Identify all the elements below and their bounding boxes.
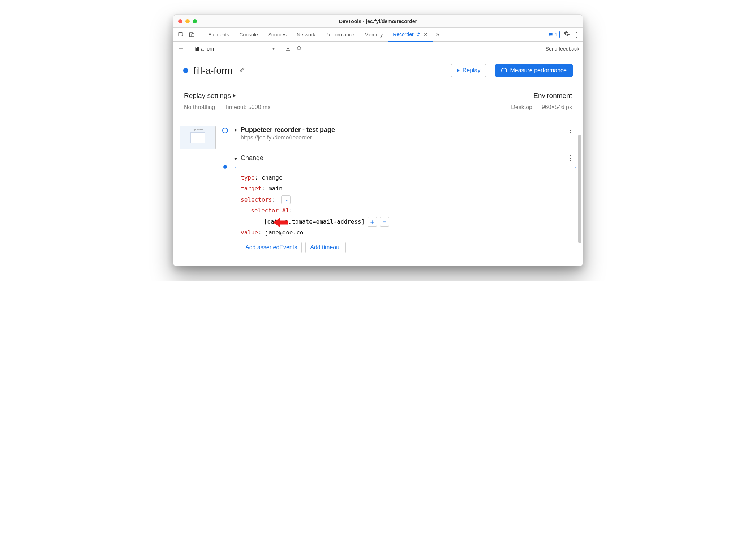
new-recording-button[interactable]: ＋ (177, 44, 185, 53)
device-toolbar-icon[interactable] (187, 30, 197, 39)
field-type-key: type (241, 174, 255, 181)
chevron-right-icon (233, 94, 236, 98)
settings-gear-icon[interactable] (563, 30, 570, 39)
settings-row: Replay settings No throttling Timeout: 5… (173, 85, 583, 120)
step-change-panel: type: change target: main selectors: sel… (235, 167, 576, 259)
step-menu-icon[interactable]: ⋮ (567, 126, 576, 134)
messages-count: 1 (555, 32, 557, 37)
measure-performance-button[interactable]: Measure performance (495, 64, 573, 77)
edit-title-icon[interactable] (239, 66, 245, 75)
recording-header: fill-a-form Replay Measure performance (173, 56, 583, 85)
more-tabs-icon[interactable]: » (433, 31, 442, 38)
expand-caret-icon[interactable] (235, 128, 237, 132)
devtools-tabbar: Elements Console Sources Network Perform… (173, 28, 583, 42)
step-menu-icon[interactable]: ⋮ (567, 154, 576, 162)
annotation-arrow-icon (272, 216, 287, 227)
recording-select[interactable]: fill-a-form ▾ (193, 45, 276, 52)
replay-settings-heading[interactable]: Replay settings (184, 92, 511, 100)
play-icon (457, 69, 460, 72)
console-messages-badge[interactable]: 1 (546, 31, 560, 38)
add-timeout-button[interactable]: Add timeout (305, 242, 345, 253)
delete-icon[interactable] (295, 45, 303, 52)
recording-title: fill-a-form (193, 65, 232, 76)
replay-button-label: Replay (463, 67, 481, 74)
close-tab-icon[interactable]: ✕ (423, 31, 428, 37)
tab-performance[interactable]: Performance (320, 28, 359, 42)
send-feedback-link[interactable]: Send feedback (546, 46, 579, 52)
devtools-window: DevTools - jec.fyi/demo/recorder Element… (173, 14, 583, 266)
device-value: Desktop (511, 104, 532, 110)
tab-sources[interactable]: Sources (263, 28, 292, 42)
step-start-url: https://jec.fyi/demo/recorder (241, 134, 335, 141)
tab-network[interactable]: Network (292, 28, 320, 42)
measure-button-label: Measure performance (510, 67, 567, 74)
step-start-title: Puppeteer recorder - test page (241, 126, 335, 134)
add-asserted-events-button[interactable]: Add assertedEvents (241, 242, 302, 253)
remove-selector-button[interactable]: − (380, 217, 389, 227)
gauge-icon (501, 68, 507, 73)
viewport-value: 960×546 px (542, 104, 572, 110)
step-change-label: Change (241, 154, 263, 162)
field-value-key: value (241, 229, 258, 236)
tab-recorder[interactable]: Recorder ⚗ ✕ (388, 28, 433, 42)
add-selector-button[interactable]: ＋ (368, 217, 377, 227)
step-change: Change ⋮ type: change target: main selec… (235, 154, 576, 259)
throttling-value: No throttling (184, 104, 215, 110)
recording-status-dot-icon (183, 68, 188, 73)
timeout-value: Timeout: 5000 ms (224, 104, 270, 110)
recording-select-value: fill-a-form (194, 46, 215, 52)
steps-list: Sign up form Puppeteer recorder - test p… (173, 120, 583, 266)
window-title: DevTools - jec.fyi/demo/recorder (173, 18, 583, 24)
chevron-down-icon: ▾ (272, 46, 275, 51)
more-options-icon[interactable]: ⋮ (574, 31, 580, 39)
page-thumbnail: Sign up form (180, 126, 216, 149)
field-target-key: target (241, 185, 262, 192)
field-type-value[interactable]: change (262, 174, 283, 181)
recorder-toolbar: ＋ fill-a-form ▾ Send feedback (173, 42, 583, 56)
timeline-step-node-icon (223, 165, 227, 169)
download-icon[interactable] (284, 45, 292, 52)
field-selectors-key: selectors (241, 196, 272, 203)
scrollbar[interactable] (577, 120, 582, 266)
field-target-value[interactable]: main (269, 185, 283, 192)
field-selector1-key: selector #1 (251, 207, 289, 214)
step-change-header[interactable]: Change ⋮ (235, 154, 576, 162)
tab-memory[interactable]: Memory (360, 28, 388, 42)
experiment-icon: ⚗ (416, 31, 421, 37)
tab-console[interactable]: Console (234, 28, 263, 42)
titlebar: DevTools - jec.fyi/demo/recorder (173, 15, 583, 28)
timeline (222, 126, 229, 259)
replay-button[interactable]: Replay (451, 64, 487, 77)
inspect-element-icon[interactable] (176, 30, 186, 39)
step-start[interactable]: Puppeteer recorder - test page https://j… (235, 126, 576, 141)
environment-heading: Environment (511, 92, 572, 100)
field-value-value[interactable]: jane@doe.co (265, 229, 303, 236)
timeline-start-node-icon (222, 128, 228, 133)
pick-selector-icon[interactable] (281, 195, 291, 204)
tab-elements[interactable]: Elements (203, 28, 234, 42)
svg-rect-2 (192, 34, 194, 37)
collapse-caret-icon[interactable] (234, 158, 238, 160)
